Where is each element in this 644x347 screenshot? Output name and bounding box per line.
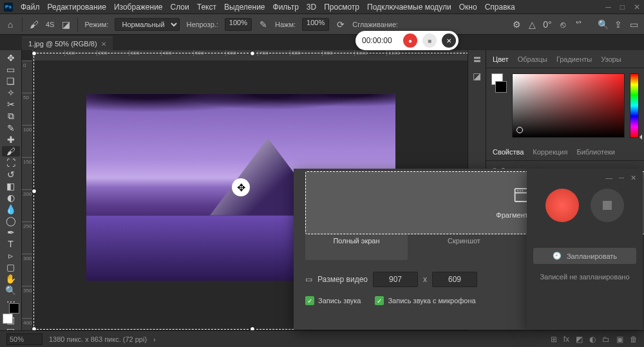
menu-window[interactable]: Окно <box>459 3 477 12</box>
mic-label: Запись звука с микрофона <box>388 297 475 305</box>
tab-gradients[interactable]: Градиенты <box>556 55 592 63</box>
move-tool-icon[interactable]: ✥ <box>2 53 20 63</box>
share-icon[interactable]: ⇪ <box>613 19 623 30</box>
stop-button[interactable]: ■ <box>422 33 437 48</box>
schedule-button[interactable]: 🕘 Запланировать <box>533 248 636 264</box>
path-tool-icon[interactable]: ▹ <box>2 250 20 261</box>
butterfly-icon[interactable]: ᔥ <box>573 19 583 30</box>
crop-tool-icon[interactable]: ✂ <box>2 99 20 109</box>
minimize-icon[interactable]: ─ <box>605 3 611 12</box>
checkbox-sound[interactable]: ✓ <box>305 296 314 305</box>
video-width-input[interactable] <box>373 272 418 287</box>
maximize-icon[interactable]: □ <box>620 3 625 12</box>
tab-color[interactable]: Цвет <box>493 55 509 63</box>
brush-tool-icon[interactable]: 🖌 <box>2 146 20 156</box>
eyedropper-tool-icon[interactable]: ✎ <box>2 123 20 133</box>
sched-minimize-icon[interactable]: ─ <box>619 174 624 182</box>
flow-field[interactable]: 100% <box>302 18 329 31</box>
airbrush-icon[interactable]: ⟳ <box>336 19 346 30</box>
close-icon[interactable]: ✕ <box>634 3 640 12</box>
blend-mode-select[interactable]: Нормальный <box>115 18 180 31</box>
menu-layers[interactable]: Слои <box>171 3 189 12</box>
stamp-tool-icon[interactable]: ⛶ <box>2 158 20 168</box>
gradient-tool-icon[interactable]: ◐ <box>2 192 20 203</box>
options-bar: ⌂ 🖌 4S ◪ Режим: Нормальный Непрозр.: 100… <box>0 14 644 35</box>
strip-icon[interactable]: 〓 <box>473 54 482 66</box>
frame-tool-icon[interactable]: ⧉ <box>2 111 20 122</box>
dodge-tool-icon[interactable]: ◯ <box>2 216 20 226</box>
status-icon[interactable]: ⊞ <box>551 335 557 344</box>
aspect-icon[interactable]: ▭ <box>305 275 312 284</box>
strip-icon[interactable]: ◪ <box>473 71 481 81</box>
color-picker[interactable] <box>512 73 625 138</box>
workspace-icon[interactable]: ▭ <box>629 19 639 30</box>
status-fx-icon[interactable]: fx <box>564 335 569 344</box>
heal-tool-icon[interactable]: ✚ <box>2 135 20 145</box>
brush-preset-icon[interactable]: ◪ <box>61 19 71 30</box>
hue-slider[interactable] <box>630 73 639 138</box>
video-height-input[interactable] <box>432 272 477 287</box>
tab-patterns[interactable]: Узоры <box>601 55 621 63</box>
move-cursor-icon[interactable]: ✥ <box>232 178 250 196</box>
menu-edit[interactable]: Редактирование <box>48 3 106 12</box>
zoom-field[interactable]: 50% <box>6 333 43 345</box>
big-record-button[interactable] <box>545 189 579 222</box>
clock-icon: 🕘 <box>553 252 562 260</box>
tab-adjustments[interactable]: Коррекция <box>533 148 567 156</box>
panel-color-swatch[interactable] <box>491 73 507 93</box>
svg-point-4 <box>517 190 518 191</box>
hand-tool-icon[interactable]: ✋ <box>2 274 20 284</box>
home-icon[interactable]: ⌂ <box>5 19 15 30</box>
pen-tool-icon[interactable]: ✒ <box>2 227 20 238</box>
menu-file[interactable]: Файл <box>21 3 40 12</box>
gear-icon[interactable]: ⚙ <box>511 19 522 30</box>
opacity-field[interactable]: 100% <box>225 18 252 31</box>
menu-view[interactable]: Просмотр <box>324 3 359 12</box>
doc-info: 1380 пикс. x 863 пикс. (72 ppi) <box>49 335 147 343</box>
tab-swatches[interactable]: Образцы <box>518 55 547 63</box>
wand-tool-icon[interactable]: ✧ <box>2 88 20 98</box>
menu-help[interactable]: Справка <box>485 3 515 12</box>
pressure-opacity-icon[interactable]: ✎ <box>258 19 269 30</box>
status-folder-icon[interactable]: 🗀 <box>602 335 610 344</box>
zoom-tool-icon[interactable]: 🔍 <box>2 285 20 295</box>
history-tool-icon[interactable]: ↺ <box>2 169 20 180</box>
shape-tool-icon[interactable]: ▢ <box>2 262 20 272</box>
menu-3d[interactable]: 3D <box>307 3 316 12</box>
status-trash-icon[interactable]: 🗑 <box>630 335 638 344</box>
status-mask-icon[interactable]: ◩ <box>576 335 583 344</box>
blur-tool-icon[interactable]: 💧 <box>2 204 20 214</box>
menu-image[interactable]: Изображение <box>114 3 163 12</box>
brush-icon[interactable]: 🖌 <box>29 19 39 30</box>
search-icon[interactable]: 🔍 <box>598 19 608 30</box>
status-adjust-icon[interactable]: ◐ <box>589 335 596 344</box>
tab-close-icon[interactable]: ✕ <box>101 41 106 48</box>
close-pill-button[interactable]: ✕ <box>442 33 456 48</box>
record-button[interactable]: ● <box>403 33 417 48</box>
menu-text[interactable]: Текст <box>197 3 216 12</box>
menu-select[interactable]: Выделение <box>224 3 265 12</box>
checkbox-mic[interactable]: ✓ <box>375 296 384 305</box>
menu-filter[interactable]: Фильтр <box>273 3 299 12</box>
handle-icon[interactable] <box>32 189 37 194</box>
menu-plugins[interactable]: Подключаемые модули <box>367 3 451 12</box>
triangle-icon[interactable]: △ <box>527 19 537 30</box>
brush-size[interactable]: 4S <box>46 21 54 28</box>
type-tool-icon[interactable]: T <box>2 239 20 249</box>
document-tab-label: 1.jpg @ 50% (RGB/8) <box>28 40 97 48</box>
settings-dash-icon[interactable]: — <box>605 174 612 182</box>
symmetry-icon[interactable]: ⎋ <box>558 19 568 30</box>
handle-icon[interactable] <box>250 51 255 56</box>
status-new-icon[interactable]: ▣ <box>616 335 623 344</box>
chevron-right-icon[interactable]: › <box>153 335 156 343</box>
eraser-tool-icon[interactable]: ◧ <box>2 181 20 191</box>
lasso-tool-icon[interactable]: ❑ <box>2 76 20 86</box>
angle-icon[interactable]: 0° <box>542 19 553 30</box>
big-stop-button[interactable] <box>591 189 624 222</box>
tab-properties[interactable]: Свойства <box>493 148 524 156</box>
sched-close-icon[interactable]: ✕ <box>630 174 636 182</box>
tab-libraries[interactable]: Библиотеки <box>576 148 615 156</box>
handle-icon[interactable] <box>32 51 37 56</box>
marquee-tool-icon[interactable]: ▭ <box>2 64 20 75</box>
document-tab[interactable]: 1.jpg @ 50% (RGB/8) ✕ <box>22 37 113 50</box>
